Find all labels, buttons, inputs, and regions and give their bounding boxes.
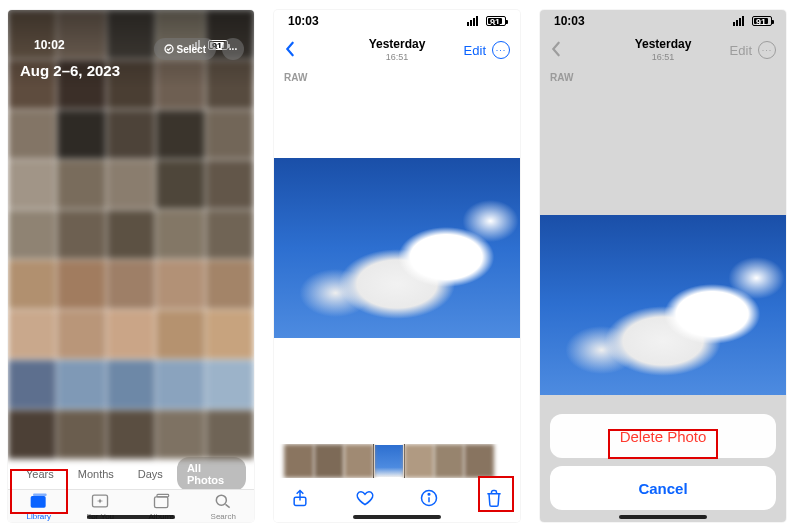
cancel-button[interactable]: Cancel — [550, 466, 776, 510]
thumbnail-strip[interactable] — [274, 444, 520, 478]
segment-days[interactable]: Days — [128, 463, 173, 485]
photo-thumbnail[interactable] — [8, 160, 56, 209]
svg-point-11 — [428, 493, 430, 495]
home-indicator[interactable] — [353, 515, 441, 519]
photo-thumbnail[interactable] — [107, 210, 155, 259]
segment-years[interactable]: Years — [16, 463, 64, 485]
nav-title-group: Yesterday 16:51 — [635, 38, 692, 62]
signal-icon — [467, 16, 478, 26]
share-button[interactable] — [290, 488, 310, 512]
photo-thumbnail[interactable] — [57, 410, 105, 459]
photo-thumbnail[interactable] — [107, 360, 155, 409]
filmstrip-thumbnail[interactable] — [314, 444, 344, 478]
photo-thumbnail[interactable] — [107, 310, 155, 359]
photo-thumbnail[interactable] — [206, 310, 254, 359]
photo-thumbnail[interactable] — [57, 210, 105, 259]
photo-thumbnail[interactable] — [206, 260, 254, 309]
nav-title: Yesterday — [635, 38, 692, 52]
delete-photo-button[interactable]: Delete Photo — [550, 414, 776, 458]
photo-thumbnail[interactable] — [206, 210, 254, 259]
svg-rect-4 — [154, 496, 167, 507]
signal-icon — [733, 16, 744, 26]
photo-thumbnail[interactable] — [156, 110, 204, 159]
photo-thumbnail[interactable] — [206, 160, 254, 209]
status-time: 10:03 — [554, 14, 585, 28]
tab-library-label: Library — [27, 512, 51, 521]
filmstrip-thumbnail[interactable] — [284, 444, 314, 478]
filmstrip-thumbnail[interactable] — [404, 444, 434, 478]
status-bar: 10:03 91 — [274, 10, 520, 32]
photo-thumbnail[interactable] — [57, 110, 105, 159]
photo-thumbnail[interactable] — [107, 110, 155, 159]
svg-point-6 — [217, 495, 227, 505]
raw-badge: RAW — [274, 68, 520, 87]
action-sheet: Delete Photo Cancel — [540, 406, 786, 522]
photo-thumbnail[interactable] — [8, 210, 56, 259]
photo-thumbnail[interactable] — [57, 360, 105, 409]
more-button[interactable]: ··· — [222, 38, 244, 60]
edit-button[interactable]: Edit — [464, 43, 486, 58]
tab-library[interactable]: Library — [8, 490, 70, 522]
select-label: Select — [177, 44, 206, 55]
favorite-button[interactable] — [355, 488, 375, 512]
nav-bar: Yesterday 16:51 Edit ··· — [540, 32, 786, 68]
back-button[interactable] — [284, 40, 296, 61]
photo-thumbnail[interactable] — [57, 310, 105, 359]
photo-thumbnail[interactable] — [107, 260, 155, 309]
photo-thumbnail[interactable] — [206, 360, 254, 409]
svg-rect-1 — [30, 496, 45, 508]
photo-thumbnail[interactable] — [107, 410, 155, 459]
tab-search-label: Search — [211, 512, 236, 521]
photo-thumbnail[interactable] — [156, 260, 204, 309]
photo-thumbnail[interactable] — [8, 260, 56, 309]
photo-thumbnail[interactable] — [156, 210, 204, 259]
status-time: 10:02 — [34, 38, 65, 52]
photo-thumbnail[interactable] — [156, 360, 204, 409]
select-button[interactable]: Select — [154, 38, 216, 60]
battery-icon: 91 — [486, 16, 506, 26]
filmstrip-thumbnail[interactable] — [464, 444, 494, 478]
view-segment-bar: Years Months Days All Photos — [8, 459, 254, 489]
filmstrip-thumbnail[interactable] — [434, 444, 464, 478]
photo-thumbnail[interactable] — [107, 160, 155, 209]
photo-thumbnail[interactable] — [156, 410, 204, 459]
photo-viewer[interactable] — [274, 87, 520, 408]
status-bar: 10:03 91 — [540, 10, 786, 32]
photo-thumbnail[interactable] — [8, 360, 56, 409]
photo-content — [540, 215, 786, 395]
photo-thumbnail[interactable] — [206, 410, 254, 459]
nav-subtitle: 16:51 — [635, 52, 692, 62]
info-button[interactable] — [419, 488, 439, 512]
segment-months[interactable]: Months — [68, 463, 124, 485]
nav-subtitle: 16:51 — [369, 52, 426, 62]
svg-rect-5 — [157, 494, 169, 497]
raw-badge: RAW — [540, 68, 786, 87]
filmstrip-thumbnail[interactable] — [374, 444, 404, 478]
nav-title: Yesterday — [369, 38, 426, 52]
screen-photo-detail: 10:03 91 Yesterday 16:51 Edit ··· RAW — [274, 10, 520, 522]
status-time: 10:03 — [288, 14, 319, 28]
tab-search[interactable]: Search — [193, 490, 255, 522]
nav-title-group: Yesterday 16:51 — [369, 38, 426, 62]
home-indicator[interactable] — [87, 515, 175, 519]
filmstrip-thumbnail[interactable] — [344, 444, 374, 478]
battery-icon: 91 — [752, 16, 772, 26]
photo-thumbnail[interactable] — [8, 110, 56, 159]
segment-all-photos[interactable]: All Photos — [177, 457, 246, 491]
library-header: 10:02 91 Aug 2–6, 2023 Select ··· — [8, 10, 254, 87]
photo-thumbnail[interactable] — [206, 110, 254, 159]
back-button — [550, 40, 562, 61]
photo-thumbnail[interactable] — [8, 410, 56, 459]
edit-button: Edit — [730, 43, 752, 58]
more-options-button[interactable]: ··· — [492, 41, 510, 59]
photo-thumbnail[interactable] — [156, 310, 204, 359]
nav-bar: Yesterday 16:51 Edit ··· — [274, 32, 520, 68]
photo-thumbnail[interactable] — [156, 160, 204, 209]
photo-content[interactable] — [274, 158, 520, 338]
photo-thumbnail[interactable] — [8, 310, 56, 359]
trash-button[interactable] — [484, 488, 504, 512]
svg-rect-2 — [33, 493, 46, 496]
screen-library: 10:02 91 Aug 2–6, 2023 Select ··· Years … — [8, 10, 254, 522]
photo-thumbnail[interactable] — [57, 260, 105, 309]
photo-thumbnail[interactable] — [57, 160, 105, 209]
